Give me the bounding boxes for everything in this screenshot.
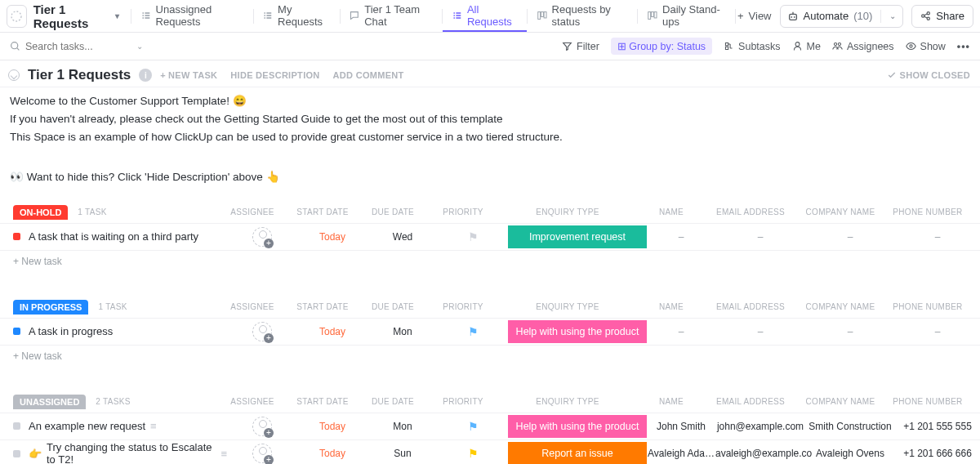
task-name[interactable]: A task that is waiting on a third party [29, 230, 227, 243]
more-button[interactable]: ••• [957, 41, 970, 52]
col-company[interactable]: COMPANY NAME [795, 207, 885, 216]
flag-icon[interactable]: ⚑ [468, 230, 479, 243]
chevron-down-icon[interactable]: ⌄ [136, 42, 143, 51]
assignees-button[interactable]: Assignees [832, 41, 894, 52]
col-start-date[interactable]: START DATE [287, 207, 358, 216]
assignee-add[interactable] [252, 417, 272, 436]
folder-title[interactable]: Tier 1 Requests ▾ [30, 2, 122, 30]
task-row[interactable]: A task that is waiting on a third party … [0, 223, 980, 251]
col-enquiry-type[interactable]: ENQUIRY TYPE [498, 207, 637, 216]
eye-icon [906, 41, 916, 51]
svg-point-12 [927, 12, 929, 15]
col-email[interactable]: EMAIL ADDRESS [706, 207, 795, 216]
status-dot[interactable] [13, 450, 20, 457]
list-icon [141, 10, 151, 21]
task-row[interactable]: A task in progress Today Mon ⚑ Help with… [0, 318, 980, 346]
svg-point-18 [795, 42, 800, 47]
subtasks-button[interactable]: Subtasks [724, 41, 780, 52]
enquiry-pill[interactable]: Help with using the product [508, 320, 647, 343]
col-assignee[interactable]: ASSIGNEE [217, 207, 287, 216]
task-name[interactable]: A task in progress [29, 325, 227, 337]
due-date[interactable]: Mon [368, 326, 438, 337]
flag-icon[interactable]: ⚑ [468, 325, 479, 338]
cell-email[interactable]: – [715, 231, 805, 243]
status-label-unassigned[interactable]: UNASSIGNED [13, 395, 86, 409]
group-unassigned: UNASSIGNED 2 TASKS ASSIGNEE START DATE D… [0, 391, 980, 464]
share-button[interactable]: Share [911, 5, 973, 28]
due-date[interactable]: Wed [368, 231, 438, 243]
search-input[interactable] [25, 41, 131, 52]
top-nav: Tier 1 Requests ▾ Unassigned Requests My… [0, 0, 980, 33]
assignee-add[interactable] [252, 322, 272, 341]
show-button[interactable]: Show [906, 41, 946, 52]
show-closed-button[interactable]: SHOW CLOSED [887, 70, 970, 80]
subtasks-icon [724, 41, 734, 51]
tab-my-requests[interactable]: My Requests [253, 0, 339, 32]
person-icon [792, 41, 803, 51]
automate-button[interactable]: Automate (10) ⌄ [780, 5, 904, 28]
svg-point-9 [793, 16, 795, 18]
chevron-down-icon: ▾ [115, 11, 119, 20]
svg-rect-7 [789, 14, 796, 20]
me-button[interactable]: Me [792, 41, 821, 52]
tab-requests-by-status[interactable]: Requests by status [528, 0, 638, 32]
flag-icon[interactable]: ⚑ [468, 447, 479, 460]
description-line: This Space is an example of how ClickUp … [10, 129, 970, 146]
tab-all-requests[interactable]: All Requests [443, 0, 527, 32]
tab-unassigned-requests[interactable]: Unassigned Requests [131, 0, 253, 32]
filter-button[interactable]: Filter [562, 41, 599, 52]
collapse-toggle[interactable] [8, 69, 20, 81]
flag-icon[interactable]: ⚑ [468, 420, 479, 433]
tab-daily-standups[interactable]: Daily Stand-ups [638, 0, 735, 32]
plus-icon: + [160, 70, 166, 80]
task-count: 2 TASKS [96, 397, 130, 406]
task-name[interactable]: 👉Try changing the status to Escalate to … [29, 441, 227, 464]
cell-company[interactable]: – [805, 231, 895, 243]
new-task-row[interactable]: + New task [0, 251, 980, 272]
col-name[interactable]: NAME [637, 207, 706, 216]
filter-icon [562, 41, 572, 51]
status-dot[interactable] [13, 328, 20, 335]
space-icon[interactable] [7, 5, 27, 28]
groupby-button[interactable]: ⊞ Group by: Status [611, 38, 712, 55]
svg-point-20 [838, 42, 840, 45]
enquiry-pill[interactable]: Help with using the product [508, 415, 647, 438]
list-title[interactable]: Tier 1 Requests [28, 67, 131, 83]
col-phone[interactable]: PHONE NUMBER [885, 207, 970, 216]
start-date[interactable]: Today [297, 231, 368, 243]
status-dot[interactable] [13, 422, 20, 430]
add-view-button[interactable]: + View [737, 10, 772, 22]
status-dot[interactable] [13, 233, 20, 240]
svg-point-11 [922, 15, 924, 17]
task-row[interactable]: 👉Try changing the status to Escalate to … [0, 440, 980, 464]
description-icon: ≡ [220, 448, 227, 460]
info-icon[interactable]: i [139, 69, 152, 82]
task-row[interactable]: An example new request ≡ Today Mon ⚑ Hel… [0, 413, 980, 440]
description-icon: ≡ [150, 420, 157, 432]
assignee-add[interactable] [252, 444, 272, 463]
new-task-button[interactable]: +NEW TASK [160, 70, 217, 80]
assignee-add[interactable] [252, 227, 272, 247]
enquiry-pill[interactable]: Improvement request [508, 225, 647, 248]
check-icon [887, 70, 897, 80]
robot-icon [787, 11, 799, 22]
cell-phone[interactable]: – [895, 231, 980, 243]
cell-name[interactable]: – [647, 231, 715, 243]
start-date[interactable]: Today [297, 326, 368, 337]
search-wrap[interactable]: ⌄ [10, 41, 149, 52]
tab-team-chat[interactable]: Tier 1 Team Chat [340, 0, 442, 32]
description-line: Welcome to the Customer Support Template… [10, 93, 970, 110]
new-task-row[interactable]: + New task [0, 346, 980, 367]
status-label-on-hold[interactable]: ON-HOLD [13, 205, 68, 220]
chevron-down-icon: ⌄ [889, 11, 896, 20]
svg-point-8 [791, 16, 792, 18]
status-label-in-progress[interactable]: IN PROGRESS [13, 300, 88, 315]
task-name[interactable]: An example new request ≡ [29, 420, 227, 432]
col-due-date[interactable]: DUE DATE [358, 207, 428, 216]
col-priority[interactable]: PRIORITY [428, 207, 498, 216]
hide-description-button[interactable]: HIDE DESCRIPTION [230, 70, 319, 80]
people-icon [832, 41, 843, 51]
enquiry-pill[interactable]: Report an issue [508, 442, 647, 464]
board-icon [648, 10, 657, 21]
add-comment-button[interactable]: ADD COMMENT [333, 70, 404, 80]
